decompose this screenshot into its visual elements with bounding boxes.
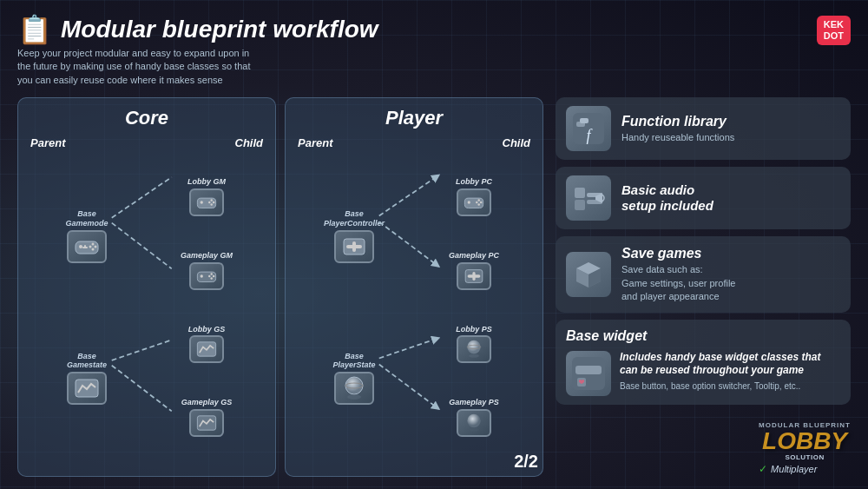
player-child-label: Child	[503, 136, 531, 149]
svg-point-36	[347, 394, 361, 400]
base-playerstate-icon	[334, 372, 374, 405]
lobby-logo-sub: SOLUTION	[759, 453, 851, 461]
page-number: 2/2	[514, 452, 538, 472]
base-widget-title: Base widget	[566, 328, 840, 344]
gameplay-gm-label: Gameplay GM	[181, 251, 233, 261]
gameplay-gm-icon	[189, 262, 224, 290]
lobby-pc-icon	[457, 188, 491, 216]
player-box: Player Parent Child	[285, 97, 543, 477]
basic-audio-title: Basic audiosetup included	[621, 182, 840, 214]
kek-badge: KEK DOT	[817, 16, 851, 45]
svg-point-41	[476, 202, 477, 203]
widget-sub-text: Base button, base option switcher, Toolt…	[620, 380, 840, 393]
lobby-gm-icon	[189, 188, 224, 216]
svg-point-48	[469, 354, 479, 358]
save-games-desc: Save data such as: Game settings, user p…	[621, 263, 840, 303]
svg-rect-11	[82, 247, 88, 248]
core-child-label: Child	[235, 136, 264, 149]
function-library-title: Function library	[621, 113, 840, 129]
gameplay-pc-node: Gameplay PC	[449, 251, 499, 290]
base-gamemode-icon	[67, 230, 107, 263]
lobby-gm-node: Lobby GM	[187, 177, 226, 216]
lobby-gm-label: Lobby GM	[187, 177, 226, 187]
page-title: Modular blueprint workflow	[61, 17, 378, 42]
save-games-icon	[566, 252, 611, 297]
base-playercontroller-icon	[334, 230, 374, 263]
basic-audio-card: Basic audiosetup included	[556, 167, 851, 229]
widget-icon	[566, 351, 611, 396]
lobby-gs-icon	[189, 335, 224, 363]
gameplay-gs-icon	[189, 409, 224, 437]
svg-point-20	[201, 274, 203, 277]
gameplay-pc-icon	[457, 262, 491, 290]
lobby-pc-node: Lobby PC	[456, 177, 492, 216]
base-gamestate-node: BaseGamestate	[67, 352, 107, 406]
svg-point-18	[213, 202, 214, 203]
save-games-card: Save games Save data such as: Game setti…	[556, 236, 851, 312]
svg-point-15	[211, 199, 213, 201]
diagrams-area: Core Parent Child	[17, 97, 543, 477]
svg-point-7	[92, 248, 95, 250]
player-title: Player	[294, 107, 534, 129]
gameplay-gs-label: Gameplay GS	[181, 398, 233, 407]
svg-point-16	[211, 203, 213, 205]
svg-point-50	[469, 428, 479, 432]
svg-point-38	[468, 201, 470, 203]
svg-point-8	[89, 245, 92, 248]
svg-point-21	[211, 273, 213, 274]
base-gamestate-label: BaseGamestate	[67, 352, 107, 371]
lobby-gs-node: Lobby GS	[188, 325, 226, 364]
right-panel: f Function library Handy reuseable funct…	[556, 97, 851, 477]
svg-point-49	[467, 414, 480, 427]
svg-point-23	[208, 274, 210, 276]
gameplay-ps-icon	[457, 409, 491, 437]
multiplayer-line: ✓ Multiplayer	[759, 463, 851, 475]
lobby-gs-label: Lobby GS	[188, 325, 226, 334]
base-gamemode-label: BaseGamemode	[65, 209, 108, 228]
blueprint-icon: 📋	[17, 16, 52, 43]
basic-audio-icon	[566, 175, 611, 221]
svg-point-24	[213, 274, 214, 276]
function-library-icon: f	[566, 106, 611, 151]
svg-point-34	[345, 377, 363, 394]
gameplay-ps-node: Gameplay PS	[449, 398, 499, 437]
svg-point-9	[95, 245, 97, 248]
svg-point-46	[467, 340, 480, 354]
base-playercontroller-node: BasePlayerController	[324, 209, 385, 263]
svg-point-5	[79, 245, 82, 248]
header: 📋 Modular blueprint workflow Keep your p…	[17, 16, 851, 87]
lobby-ps-icon	[457, 335, 491, 363]
function-library-card: f Function library Handy reuseable funct…	[556, 97, 851, 160]
player-parent-label: Parent	[298, 136, 332, 149]
lobby-logo: MODULAR BLUEPRINT LOBBY SOLUTION ✓ Multi…	[759, 421, 851, 475]
lobby-logo-title: LOBBY	[759, 429, 851, 453]
save-games-title: Save games	[621, 245, 840, 261]
base-gamestate-icon	[67, 372, 107, 405]
check-icon: ✓	[759, 463, 767, 475]
core-parent-label: Parent	[30, 136, 65, 149]
svg-point-17	[208, 202, 210, 203]
svg-rect-45	[468, 274, 481, 277]
base-widget-card: Base widget Includes handy bas	[556, 320, 851, 405]
core-title: Core	[27, 107, 266, 129]
svg-point-40	[478, 203, 480, 205]
svg-point-39	[478, 199, 480, 201]
footer: MODULAR BLUEPRINT LOBBY SOLUTION ✓ Multi…	[759, 421, 851, 475]
svg-point-14	[201, 201, 203, 203]
svg-rect-53	[580, 118, 589, 123]
gameplay-gm-node: Gameplay GM	[181, 251, 233, 290]
lobby-ps-node: Lobby PS	[456, 325, 492, 364]
gameplay-gs-node: Gameplay GS	[181, 398, 233, 437]
svg-rect-65	[575, 366, 602, 374]
core-box: Core Parent Child	[17, 97, 276, 477]
svg-point-6	[92, 242, 95, 245]
widget-bold-text: Includes handy base widget classes that …	[620, 351, 840, 378]
page-subtitle: Keep your project modular and easy to ex…	[17, 47, 260, 87]
svg-rect-33	[346, 245, 362, 248]
multiplayer-text: Multiplayer	[771, 464, 817, 474]
function-library-desc: Handy reuseable functions	[621, 131, 840, 144]
base-gamemode-node: BaseGamemode	[65, 209, 108, 263]
svg-point-42	[480, 202, 482, 203]
svg-point-22	[211, 277, 213, 279]
svg-rect-56	[575, 200, 585, 210]
